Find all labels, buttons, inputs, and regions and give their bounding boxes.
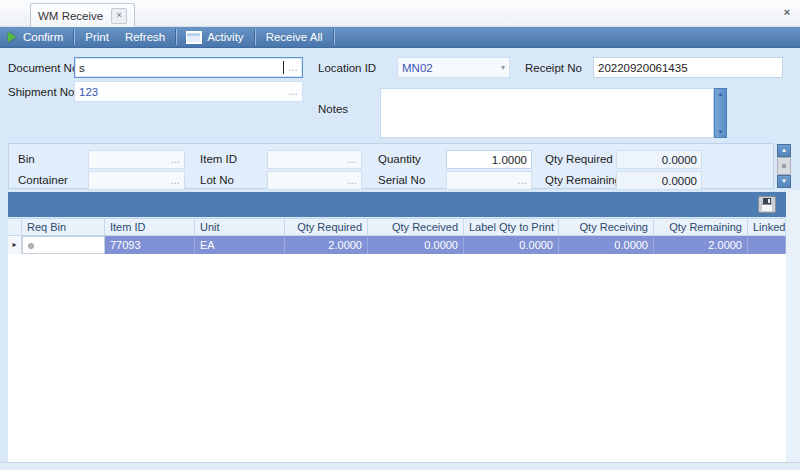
text-caret: [283, 61, 284, 74]
grid-header-qty-received[interactable]: Qty Received: [368, 219, 464, 235]
qty-remaining-label: Qty Remaining: [545, 174, 621, 186]
receive-all-label: Receive All: [266, 31, 323, 43]
document-no-value: s: [79, 62, 282, 74]
container-lookup-icon[interactable]: …: [170, 175, 180, 186]
scroll-up-button[interactable]: ▲: [777, 144, 791, 157]
grid-right-gutter: [786, 190, 800, 462]
grid-header-qty-receiving[interactable]: Qty Receiving: [559, 219, 654, 235]
cell-qty-received[interactable]: 0.0000: [368, 236, 464, 254]
tab-wm-receive[interactable]: WM Receive ×: [30, 3, 135, 27]
grid-header-linked[interactable]: Linked: [748, 219, 786, 235]
scroll-down-icon[interactable]: ▼: [718, 129, 724, 135]
cell-unit[interactable]: EA: [195, 236, 285, 254]
window-close-icon[interactable]: ×: [780, 5, 794, 19]
save-icon-label: [762, 204, 772, 211]
item-id-input[interactable]: …: [267, 150, 362, 169]
confirm-label: Confirm: [23, 31, 63, 43]
notes-textarea[interactable]: [380, 88, 714, 138]
document-no-input[interactable]: s …: [74, 57, 303, 78]
receipt-no-input[interactable]: 20220920061435: [593, 57, 783, 78]
document-no-lookup-icon[interactable]: …: [288, 62, 298, 73]
grid-header-qty-remaining[interactable]: Qty Remaining: [654, 219, 748, 235]
toolbar-separator: [73, 29, 75, 45]
wm-receive-window: WM Receive × × Confirm Print Refresh Act…: [0, 0, 800, 470]
refresh-label: Refresh: [125, 31, 165, 43]
serial-no-input[interactable]: …: [446, 171, 532, 190]
container-label: Container: [18, 174, 68, 186]
notes-scrollbar[interactable]: ▲ ▼: [714, 88, 727, 138]
item-id-label: Item ID: [200, 153, 237, 165]
receipt-no-label: Receipt No: [525, 62, 582, 74]
detail-scrollbar[interactable]: ▲ ▼: [777, 144, 791, 188]
grid-header-req-bin[interactable]: Req Bin: [22, 219, 105, 235]
activity-grid-icon: [187, 32, 201, 43]
shipment-no-label: Shipment No: [8, 86, 74, 98]
grid-header-unit[interactable]: Unit: [195, 219, 285, 235]
container-input[interactable]: …: [88, 171, 185, 190]
play-icon: [8, 32, 16, 42]
confirm-button[interactable]: Confirm: [0, 27, 71, 48]
grid-toolbar-band: [8, 192, 786, 217]
cell-linked[interactable]: [748, 236, 786, 254]
table-row[interactable]: ▸ 77093 EA 2.0000 0.0000 0.0000 0.0000 2…: [8, 236, 786, 254]
scroll-down-icon: ▼: [781, 178, 787, 184]
notes-label: Notes: [318, 103, 348, 115]
qty-required-label: Qty Required: [545, 153, 613, 165]
dropdown-arrow-icon[interactable]: ▾: [501, 63, 505, 72]
location-id-value: MN02: [402, 62, 497, 74]
bin-label: Bin: [18, 153, 35, 165]
activity-button[interactable]: Activity: [179, 27, 251, 48]
bin-lookup-icon[interactable]: …: [170, 154, 180, 165]
tab-close-icon[interactable]: ×: [111, 8, 127, 24]
grid-header-row: Req Bin Item ID Unit Qty Required Qty Re…: [8, 218, 786, 236]
serial-no-lookup-icon[interactable]: …: [517, 175, 527, 186]
cell-qty-receiving[interactable]: 0.0000: [559, 236, 654, 254]
document-no-label: Document No: [8, 62, 78, 74]
lot-no-lookup-icon[interactable]: …: [347, 175, 357, 186]
grid-header-qty-required[interactable]: Qty Required: [285, 219, 368, 235]
cell-req-bin[interactable]: [22, 236, 105, 254]
cell-qty-required[interactable]: 2.0000: [285, 236, 368, 254]
toolbar-separator: [333, 29, 335, 45]
cell-label-qty-to-print[interactable]: 0.0000: [464, 236, 559, 254]
scroll-up-icon: ▲: [781, 147, 787, 153]
scroll-up-icon[interactable]: ▲: [718, 91, 724, 97]
quantity-input[interactable]: 1.0000: [446, 150, 532, 169]
refresh-button[interactable]: Refresh: [117, 27, 173, 48]
print-label: Print: [85, 31, 109, 43]
item-id-lookup-icon[interactable]: …: [347, 154, 357, 165]
receipt-no-value: 20220920061435: [598, 62, 778, 74]
qty-remaining-value: 0.0000: [621, 175, 697, 187]
qty-remaining-field: 0.0000: [616, 171, 702, 190]
print-button[interactable]: Print: [77, 27, 117, 48]
cell-qty-remaining[interactable]: 2.0000: [654, 236, 748, 254]
activity-label: Activity: [207, 31, 243, 43]
shipment-no-input[interactable]: 123 …: [74, 81, 303, 102]
cell-item-id[interactable]: 77093: [105, 236, 195, 254]
lot-no-input[interactable]: …: [267, 171, 362, 190]
grid-header-item-id[interactable]: Item ID: [105, 219, 195, 235]
save-icon[interactable]: [758, 196, 776, 213]
shipment-no-lookup-icon[interactable]: …: [288, 86, 298, 97]
scroll-down-button[interactable]: ▼: [777, 175, 791, 188]
bin-input[interactable]: …: [88, 150, 185, 169]
row-indicator-icon: ▸: [8, 236, 22, 254]
receive-all-button[interactable]: Receive All: [258, 27, 331, 48]
toolbar-separator: [254, 29, 256, 45]
location-id-combo[interactable]: MN02 ▾: [397, 57, 510, 78]
qty-required-value: 0.0000: [621, 154, 697, 166]
grid-header-label-qty-to-print[interactable]: Label Qty to Print: [464, 219, 559, 235]
tab-title: WM Receive: [38, 10, 103, 22]
grid-background: [8, 218, 786, 463]
grid-header-indicator: [8, 219, 22, 235]
items-grid: Req Bin Item ID Unit Qty Required Qty Re…: [8, 218, 786, 254]
quantity-value: 1.0000: [451, 154, 527, 166]
scrollbar-thumb[interactable]: [777, 157, 791, 175]
serial-no-label: Serial No: [378, 174, 425, 186]
shipment-no-value: 123: [79, 86, 284, 98]
bottom-strip: [0, 462, 800, 470]
req-bin-dot-icon: [28, 243, 34, 249]
tab-bar: WM Receive × ×: [0, 0, 800, 27]
quantity-label: Quantity: [378, 153, 421, 165]
toolbar: Confirm Print Refresh Activity Receive A…: [0, 27, 800, 48]
